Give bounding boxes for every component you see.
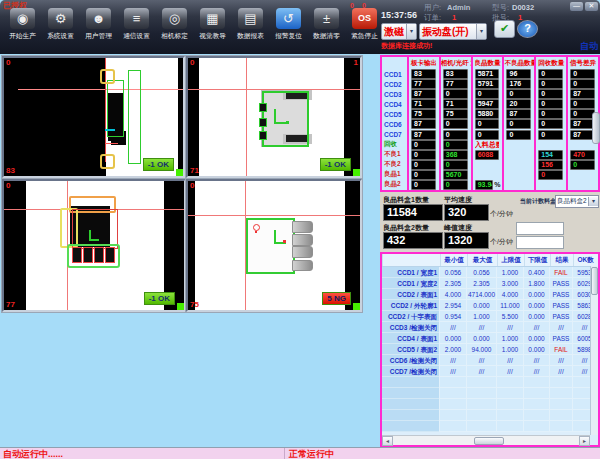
center-mark <box>274 230 276 243</box>
vibration-dropdown[interactable]: 振动盘(开) ▾ <box>419 23 487 40</box>
stat-cell: 0 <box>409 140 439 150</box>
confirm-button[interactable]: ✔ <box>494 20 515 38</box>
camera-counter-bottom: 83 <box>6 167 15 175</box>
scrollbar-thumb[interactable] <box>591 267 598 295</box>
cell-result: PASS <box>549 289 572 300</box>
center-mark <box>89 239 100 241</box>
stat-cell: 470 <box>568 150 598 160</box>
toolbar-button[interactable]: ⚙ 系统设置 <box>43 8 78 41</box>
table-row <box>382 421 598 432</box>
camera-counter-top: 0 <box>6 59 10 67</box>
camera-counter-top: 0 <box>190 59 194 67</box>
stat-cell: 5670 <box>441 170 471 180</box>
roi-rectangle-green <box>67 244 120 267</box>
col-header <box>382 254 440 266</box>
chevron-down-icon[interactable]: ▾ <box>406 24 416 39</box>
stat-column-header: 相机/光纤 返回 <box>441 57 471 69</box>
stat-cell: 75 <box>409 109 439 119</box>
toolbar-button[interactable]: OS 紧急停止 <box>347 8 382 41</box>
cell-max: 0.056 <box>466 267 496 278</box>
stat-cell: 0 <box>409 160 439 170</box>
cell-max <box>466 399 496 410</box>
stat-cell: 156 <box>536 160 566 170</box>
measurement-table: 最小值 最大值 上限值 下限值 结果 OK数 CCD1 / 宽度1 0.056 … <box>380 252 600 447</box>
toolbar-button[interactable]: ≡ 通信设置 <box>119 8 154 41</box>
cell-min: 2.305 <box>439 278 466 289</box>
toolbar-button-icon: ◎ <box>162 8 187 29</box>
cell-lower: 0.000 <box>523 344 549 355</box>
cell-upper: 11.000 <box>496 300 523 311</box>
excite-dropdown[interactable]: 激磁 ▾ <box>381 23 417 40</box>
spare-input-field[interactable] <box>516 222 564 235</box>
cell-min: /// <box>439 322 466 333</box>
camera-view-4[interactable]: 0 75 5 NG <box>186 179 362 312</box>
cell-min: 0.056 <box>439 267 466 278</box>
defect-marker-red <box>253 224 260 231</box>
toolbar-button-label: 用户管理 <box>82 31 115 41</box>
close-button[interactable]: ✕ <box>585 2 598 11</box>
toolbar-button[interactable]: ▤ 数据报表 <box>233 8 268 41</box>
row-label: 不良2 <box>382 160 407 170</box>
spare-input-field[interactable] <box>516 236 564 249</box>
contour-outline-red <box>72 209 117 248</box>
stat-cell: 93.94% <box>473 180 503 190</box>
toolbar-button[interactable]: ◉ 开始生产 <box>5 8 40 41</box>
stat-cell: 0 <box>409 180 439 190</box>
peak-speed-unit: 个/分钟 <box>490 237 513 247</box>
stat-cell: 入料总数 <box>473 140 503 150</box>
stat-column-header: 不良品数量 <box>504 57 534 69</box>
table-horizontal-scrollbar[interactable]: ◂ ▸ <box>382 435 590 445</box>
minimize-button[interactable]: — <box>570 2 583 11</box>
roi-rectangle-green <box>128 70 142 164</box>
row-label: CCD3 /检测关闭 <box>382 322 439 333</box>
chevron-down-icon[interactable]: ▾ <box>476 24 486 39</box>
toolbar-button-icon: ▦ <box>200 8 225 29</box>
toolbar-button[interactable]: ↺ 报警复位 <box>271 8 306 41</box>
camera-view-1[interactable]: 0 83 -1 OK <box>2 56 185 178</box>
stat-cell: 368 <box>441 150 471 160</box>
table-vertical-scrollbar[interactable] <box>590 266 598 435</box>
toolbar-button[interactable]: ± 数据清零 <box>309 8 344 41</box>
cell-max: /// <box>466 322 496 333</box>
toolbar-button[interactable]: ◎ 相机标定 <box>157 8 192 41</box>
toolbar-button[interactable]: ☻ 用户管理 <box>81 8 116 41</box>
table-row: CCD3 /检测关闭 /// /// /// /// /// /// <box>382 322 598 333</box>
scroll-right-arrow-icon[interactable]: ▸ <box>579 436 590 446</box>
trigger-indicator <box>177 303 184 310</box>
camera-dark-edge <box>4 181 26 310</box>
stat-cell: 77 <box>409 79 439 89</box>
stat-cell: 5880 <box>473 109 503 119</box>
table-row <box>382 377 598 388</box>
camera-view-2[interactable]: 0 1 71 -1 OK <box>186 56 362 178</box>
cell-result: FAIL <box>549 267 572 278</box>
result-badge-ng: 5 NG <box>322 292 351 305</box>
toolbar-button-icon: ⚙ <box>48 8 73 29</box>
row-label <box>382 377 439 388</box>
table-row <box>382 399 598 410</box>
contour-notch <box>259 131 268 140</box>
current-box-dropdown[interactable]: 良品料盒2 ▾ <box>555 195 599 208</box>
cell-upper: 5.500 <box>496 311 523 322</box>
avg-speed-value: 320 <box>444 204 489 221</box>
stat-cell: 5871 <box>473 69 503 79</box>
toolbar-button[interactable]: ▦ 视觉教导 <box>195 8 230 41</box>
help-button[interactable]: ? <box>517 20 538 38</box>
panel-scrollbar-thumb[interactable] <box>592 112 600 144</box>
stat-cell: 71 <box>441 99 471 109</box>
stat-cell: 0 <box>409 170 439 180</box>
cell-max: 0.000 <box>466 300 496 311</box>
scroll-left-arrow-icon[interactable]: ◂ <box>382 436 393 446</box>
stat-cell <box>536 180 566 190</box>
camera-view-3[interactable]: 0 77 -1 OK <box>2 179 186 312</box>
current-box-dropdown-value: 良品料盒2 <box>556 197 587 206</box>
chevron-down-icon[interactable]: ▾ <box>588 197 598 206</box>
scrollbar-thumb[interactable] <box>474 437 504 445</box>
toolbar-button-icon: ◉ <box>10 8 35 29</box>
table-row: CCD2 / 十字表面 0.954 1.000 5.500 0.000 PASS… <box>382 311 598 322</box>
cell-lower <box>523 388 549 399</box>
vibration-dropdown-value: 振动盘(开) <box>420 25 471 39</box>
cell-upper <box>496 410 523 421</box>
cell-upper: /// <box>496 366 523 377</box>
cell-max: 1.000 <box>466 311 496 322</box>
stat-cell: 0 <box>441 119 471 129</box>
